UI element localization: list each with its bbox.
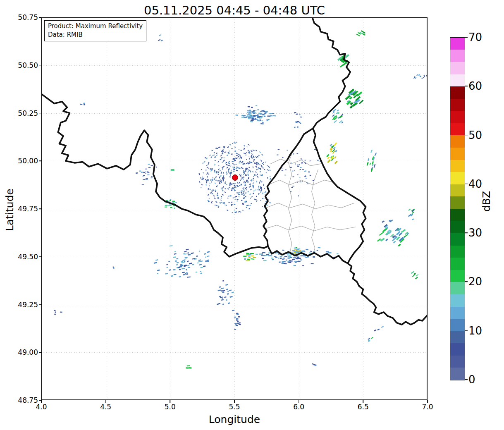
map-plot-area: Product: Maximum Reflectivity Data: RMIB	[41, 17, 428, 400]
colorbar-segment	[450, 123, 465, 136]
colorbar-segment	[450, 258, 465, 270]
y-tick-mark	[39, 160, 41, 161]
x-tick-label: 5.0	[158, 403, 182, 411]
colorbar-tick-label: 60	[468, 80, 482, 92]
colorbar-segment	[450, 319, 465, 331]
y-tick-mark	[39, 113, 41, 114]
colorbar-tick-label: 70	[468, 31, 482, 43]
colorbar-tick-mark	[465, 86, 468, 86]
y-tick-mark	[39, 17, 41, 18]
colorbar-tick-mark	[465, 379, 468, 380]
colorbar-tick-label: 10	[468, 325, 482, 337]
y-tick-label: 50.25	[5, 109, 38, 117]
colorbar-tick-label: 30	[468, 227, 482, 239]
colorbar-segment	[450, 62, 465, 74]
colorbar-unit-label: dBZ	[480, 183, 501, 220]
colorbar-segment	[450, 196, 465, 209]
y-tick-label: 49.50	[5, 253, 38, 261]
product-info-line: Product: Maximum Reflectivity	[48, 22, 143, 31]
colorbar-segment	[450, 331, 465, 344]
colorbar-segment	[450, 160, 465, 172]
colorbar-tick-mark	[465, 135, 468, 136]
radar-figure: 05.11.2025 04:45 - 04:48 UTC Product: Ma…	[0, 0, 504, 430]
x-tick-label: 6.0	[287, 403, 311, 411]
y-tick-label: 49.25	[5, 301, 38, 309]
colorbar-segment	[450, 99, 465, 111]
colorbar-tick-mark	[465, 330, 468, 331]
colorbar-segment	[450, 246, 465, 258]
colorbar-segment	[450, 74, 465, 87]
colorbar-segment	[450, 233, 465, 246]
y-tick-label: 49.00	[5, 348, 38, 356]
y-tick-label: 50.00	[5, 157, 38, 165]
colorbar	[450, 37, 465, 380]
colorbar-tick-label: 20	[468, 275, 482, 288]
radar-map-canvas	[41, 17, 428, 400]
y-tick-mark	[39, 304, 41, 305]
colorbar-tick-mark	[465, 282, 468, 282]
colorbar-tick-mark	[465, 184, 468, 184]
colorbar-segment	[450, 221, 465, 233]
colorbar-tick-label: 0	[468, 373, 475, 386]
colorbar-segment	[450, 307, 465, 319]
colorbar-segment	[450, 172, 465, 184]
y-tick-label: 50.50	[5, 61, 38, 69]
colorbar-segment	[450, 135, 465, 148]
x-tick-label: 6.5	[351, 403, 375, 411]
y-tick-mark	[39, 256, 41, 257]
data-source-line: Data: RMIB	[48, 31, 143, 39]
colorbar-segment	[450, 294, 465, 307]
colorbar-tick-mark	[465, 37, 468, 38]
colorbar-segment	[450, 368, 465, 380]
colorbar-segment	[450, 38, 465, 50]
x-tick-label: 4.5	[93, 403, 118, 411]
plot-title: 05.11.2025 04:45 - 04:48 UTC	[41, 3, 428, 17]
colorbar-segment	[450, 111, 465, 123]
colorbar-segment	[450, 50, 465, 62]
colorbar-segment	[450, 184, 465, 197]
colorbar-segment	[450, 356, 465, 368]
colorbar-segment	[450, 282, 465, 294]
colorbar-tick-label: 50	[468, 129, 482, 141]
x-tick-label: 7.0	[415, 403, 440, 411]
colorbar-segment	[450, 209, 465, 221]
colorbar-segment	[450, 270, 465, 282]
y-tick-mark	[39, 65, 41, 66]
y-tick-label: 50.75	[5, 13, 38, 22]
colorbar-segment	[450, 148, 465, 160]
colorbar-tick-mark	[465, 232, 468, 233]
y-tick-mark	[39, 352, 41, 353]
radar-location-marker	[232, 174, 238, 181]
colorbar-segment	[450, 343, 465, 356]
product-info-box: Product: Maximum Reflectivity Data: RMIB	[44, 20, 146, 41]
y-tick-mark	[39, 208, 41, 209]
x-axis-label: Longitude	[41, 413, 428, 425]
x-tick-label: 4.0	[29, 403, 54, 411]
y-axis-label: Latitude	[4, 185, 16, 235]
colorbar-segment	[450, 86, 465, 99]
x-tick-label: 5.5	[222, 403, 247, 411]
